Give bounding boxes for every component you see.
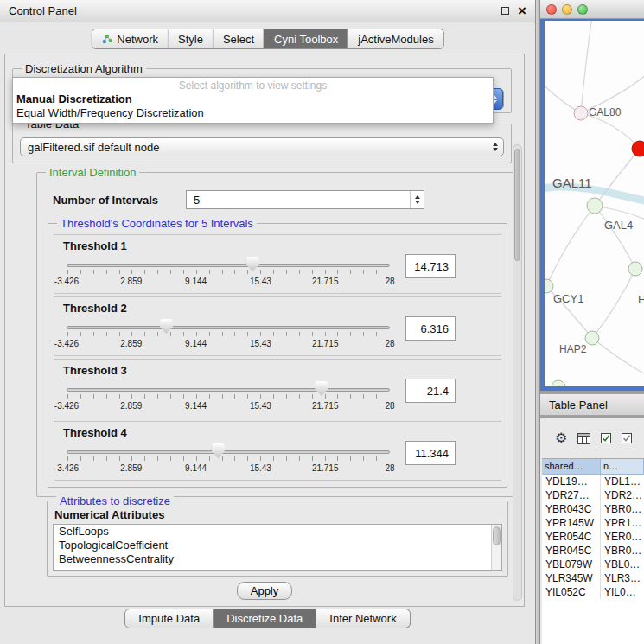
tab-label: jActiveModules	[358, 33, 433, 46]
list-item-selfloops[interactable]: SelfLoops	[54, 525, 501, 539]
select-none-icon[interactable]	[622, 433, 632, 443]
table-row[interactable]: YER054CYER0…	[542, 530, 644, 544]
threshold-slider[interactable]: -3.4262.8599.14415.4321.71528	[67, 316, 390, 352]
tick-label: 21.715	[312, 463, 339, 473]
table-row[interactable]: YDL19…YDL1…	[542, 475, 644, 488]
bottom-tab-impute-data[interactable]: Impute Data	[124, 609, 214, 628]
attributes-group-title: Attributes to discretize	[56, 494, 174, 507]
tick-label: 2.859	[120, 401, 142, 411]
threshold-slider[interactable]: -3.4262.8599.14415.4321.71528	[67, 440, 390, 476]
panel-scrollbar[interactable]	[513, 144, 522, 601]
table-header-row: shared…n…	[542, 459, 644, 475]
combobox-stepper[interactable]	[493, 143, 498, 151]
network-edge[interactable]	[581, 113, 640, 149]
tick-label: 2.859	[120, 277, 142, 286]
threshold-value-field[interactable]: 21.4	[405, 379, 456, 403]
tab-select[interactable]: Select	[213, 29, 264, 48]
column-header-0[interactable]: shared…	[542, 459, 601, 475]
bottom-tab-infer-network[interactable]: Infer Network	[316, 609, 410, 628]
network-node[interactable]	[574, 106, 588, 120]
table-toolbar: ⚙	[540, 427, 644, 450]
tab-cyni-toolbox[interactable]: Cyni Toolbox	[264, 29, 348, 48]
tab-network[interactable]: Network	[92, 29, 168, 48]
table-row[interactable]: YBR045CYBR0…	[542, 544, 644, 558]
panel-scrollbar-thumb[interactable]	[514, 149, 520, 261]
threshold-value-field[interactable]: 11.344	[405, 441, 456, 465]
up-arrow-icon	[415, 195, 420, 199]
table-cell: YLR345W	[542, 571, 601, 585]
numerical-attributes-list: SelfLoopsTopologicalCoefficientBetweenne…	[54, 525, 501, 566]
network-node[interactable]	[632, 141, 644, 156]
numerical-attributes-listbox[interactable]: SelfLoopsTopologicalCoefficientBetweenne…	[53, 524, 502, 571]
threshold-label: Threshold 1	[54, 235, 501, 252]
network-edge[interactable]	[595, 206, 635, 269]
slider-track[interactable]	[67, 264, 390, 267]
tick-label: 15.43	[250, 463, 271, 473]
tick-label: -3.426	[54, 463, 79, 473]
bottom-tab-discretize-data[interactable]: Discretize Data	[214, 609, 316, 628]
close-button[interactable]	[546, 4, 557, 15]
table-cell: YER054C	[542, 530, 601, 544]
threshold-slider[interactable]: -3.4262.8599.14415.4321.71528	[67, 253, 390, 290]
network-node[interactable]	[545, 279, 553, 293]
tick-label: 9.144	[185, 401, 207, 411]
column-header-1[interactable]: n…	[601, 459, 644, 475]
tick-label: 21.715	[312, 339, 339, 348]
thresholds-coordinates-group: Threshold's Coordinates for 5 Intervals …	[48, 223, 507, 488]
table-row[interactable]: YPR145WYPR1…	[542, 516, 644, 530]
tick-label: 9.144	[185, 463, 207, 473]
table-row[interactable]: YBR043CYBR0…	[542, 502, 644, 516]
slider-tickmarks	[67, 270, 389, 274]
table-data-combobox[interactable]: galFiltered.sif default node	[20, 137, 504, 156]
slider-track[interactable]	[67, 388, 390, 392]
network-node[interactable]	[628, 262, 642, 276]
spinner-stepper[interactable]	[410, 191, 424, 208]
table-cell: YIL0…	[601, 585, 644, 599]
select-all-icon[interactable]	[601, 433, 611, 443]
network-edge[interactable]	[546, 206, 595, 286]
up-arrow-icon	[493, 143, 498, 146]
minimize-button[interactable]	[562, 4, 572, 15]
table-cell: YBR043C	[542, 502, 601, 516]
tick-label: 9.144	[185, 339, 207, 348]
dropdown-item-equal-width-frequency-discretization[interactable]: Equal Width/Frequency Discretization	[13, 106, 493, 120]
slider-track[interactable]	[67, 450, 390, 454]
table-row[interactable]: YIL052CYIL0…	[542, 585, 644, 599]
apply-button[interactable]: Apply	[237, 582, 292, 600]
network-node[interactable]	[587, 198, 603, 214]
close-window-icon[interactable]: ×	[518, 6, 526, 16]
network-node-label: GCY1	[553, 292, 583, 305]
list-scrollbar-thumb[interactable]	[493, 526, 501, 545]
table-row[interactable]: YBL079WYBL0…	[542, 558, 644, 571]
columns-icon[interactable]	[577, 433, 590, 444]
dropdown-item-manual-discretization[interactable]: Manual Discretization	[13, 92, 493, 106]
table-row[interactable]: YDR27…YDR2…	[542, 488, 644, 502]
zoom-button[interactable]	[577, 4, 588, 15]
float-window-icon[interactable]	[501, 7, 509, 15]
tab-style[interactable]: Style	[168, 29, 213, 48]
tab-jactivemodules[interactable]: jActiveModules	[348, 29, 443, 48]
network-node[interactable]	[585, 331, 599, 345]
table-cell: YDL19…	[542, 475, 601, 488]
control-panel-content: Discretization Algorithm Select algorith…	[4, 54, 525, 607]
gear-icon[interactable]: ⚙	[555, 431, 567, 445]
network-edge[interactable]	[592, 269, 635, 338]
table-row[interactable]: YLR345WYLR3…	[542, 571, 644, 585]
slider-track[interactable]	[67, 326, 390, 329]
threshold-value-field[interactable]: 14.713	[405, 254, 456, 278]
list-scrollbar[interactable]	[491, 525, 501, 570]
tick-label: 28	[385, 463, 394, 473]
num-intervals-spinner[interactable]: 5	[186, 190, 424, 209]
threshold-panel: Threshold 4 -3.4262.8599.14415.4321.7152…	[54, 421, 501, 481]
threshold-value-field[interactable]: 6.316	[405, 316, 456, 341]
network-edge[interactable]	[592, 338, 644, 377]
list-item-topologicalcoefficient[interactable]: TopologicalCoefficient	[54, 539, 501, 552]
tab-label: Select	[223, 33, 254, 46]
threshold-slider[interactable]: -3.4262.8599.14415.4321.71528	[67, 378, 390, 414]
network-node[interactable]	[552, 380, 565, 386]
list-item-betweennesscentrality[interactable]: BetweennessCentrality	[54, 552, 501, 566]
network-canvas[interactable]: GAL80GAL11GAL4GCY1HHAP2	[545, 21, 644, 386]
table-cell: YBR0…	[601, 544, 644, 558]
network-edge[interactable]	[581, 21, 592, 113]
network-icon	[101, 34, 112, 44]
